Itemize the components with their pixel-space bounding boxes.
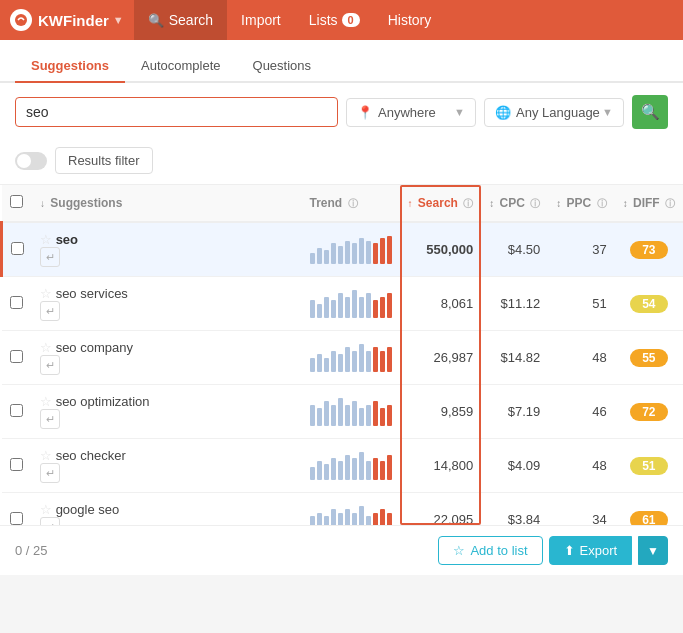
star-icon[interactable]: ☆ [40, 394, 52, 409]
keyword-arrow-icon[interactable]: ↵ [40, 247, 60, 267]
filter-bar: Results filter [0, 141, 683, 184]
table-row: ☆ seo optimization ↵ 9,859 $7.19 46 72 [2, 385, 684, 439]
star-icon[interactable]: ☆ [40, 448, 52, 463]
trend-bar [331, 300, 336, 318]
trend-cell [302, 385, 400, 439]
row-checkbox[interactable] [10, 458, 23, 471]
cpc-cell: $14.82 [481, 331, 548, 385]
search-volume-value: 22,095 [433, 512, 473, 525]
trend-bar [317, 461, 322, 480]
trend-bar [310, 358, 315, 372]
nav-tab-history[interactable]: History [374, 0, 446, 40]
keyword-text: seo company [56, 340, 133, 355]
keyword-arrow-icon[interactable]: ↵ [40, 463, 60, 483]
cpc-value: $3.84 [508, 512, 541, 525]
trend-bar [345, 347, 350, 372]
row-checkbox[interactable] [11, 242, 24, 255]
trend-bar [331, 405, 336, 426]
cpc-value: $4.50 [508, 242, 541, 257]
search-nav-icon: 🔍 [148, 13, 164, 28]
trend-bar [380, 461, 385, 480]
tab-suggestions[interactable]: Suggestions [15, 50, 125, 83]
star-icon[interactable]: ☆ [40, 502, 52, 517]
row-checkbox[interactable] [10, 350, 23, 363]
trend-bar [352, 243, 357, 264]
row-checkbox[interactable] [10, 404, 23, 417]
nav-tabs: 🔍 Search Import Lists 0 History [134, 0, 446, 40]
keyword-arrow-icon[interactable]: ↵ [40, 517, 60, 525]
row-check-cell [2, 222, 33, 277]
keyword-input[interactable] [26, 104, 327, 120]
select-all-checkbox[interactable] [10, 195, 23, 208]
col-header-suggestions[interactable]: ↓ Suggestions [32, 185, 302, 222]
diff-info-icon[interactable]: ⓘ [665, 198, 675, 209]
add-to-list-button[interactable]: ☆ Add to list [438, 536, 542, 565]
trend-cell [302, 493, 400, 526]
keyword-text: google seo [56, 502, 120, 517]
top-nav: KWFinder ▼ 🔍 Search Import Lists 0 Histo… [0, 0, 683, 40]
location-chevron-icon: ▼ [454, 106, 465, 118]
trend-bar [373, 458, 378, 480]
tab-autocomplete[interactable]: Autocomplete [125, 50, 237, 83]
nav-tab-search[interactable]: 🔍 Search [134, 0, 227, 40]
diff-cell: 73 [615, 222, 683, 277]
trend-bars [310, 290, 392, 318]
filter-toggle[interactable] [15, 152, 47, 170]
diff-badge: 72 [630, 403, 668, 421]
row-checkbox[interactable] [10, 296, 23, 309]
arrow-icon-wrap: ↵ [40, 301, 294, 321]
diff-badge: 55 [630, 349, 668, 367]
trend-bar [324, 297, 329, 318]
trend-cell [302, 331, 400, 385]
language-select[interactable]: 🌐 Any Language ▼ [484, 98, 624, 127]
trend-bars [310, 236, 392, 264]
col-header-search[interactable]: ↑ Search ⓘ [400, 185, 482, 222]
col-header-trend: Trend ⓘ [302, 185, 400, 222]
trend-bar [352, 458, 357, 480]
trend-bars [310, 344, 392, 372]
search-bar: 📍 Anywhere ▼ 🌐 Any Language ▼ 🔍 [0, 83, 683, 141]
cpc-info-icon[interactable]: ⓘ [530, 198, 540, 209]
cpc-value: $11.12 [501, 296, 541, 311]
trend-bar [366, 293, 371, 318]
star-icon[interactable]: ☆ [40, 340, 52, 355]
language-chevron-icon: ▼ [602, 106, 613, 118]
search-volume-cell: 14,800 [400, 439, 482, 493]
keyword-arrow-icon[interactable]: ↵ [40, 355, 60, 375]
diff-cell: 51 [615, 439, 683, 493]
export-dropdown-button[interactable]: ▼ [638, 536, 668, 565]
location-select[interactable]: 📍 Anywhere ▼ [346, 98, 476, 127]
brand-logo[interactable]: KWFinder ▼ [10, 9, 124, 31]
col-header-check [2, 185, 33, 222]
footer-buttons: ☆ Add to list ⬆ Export ▼ [438, 536, 668, 565]
nav-tab-lists[interactable]: Lists 0 [295, 0, 374, 40]
keyword-cell: ☆ seo optimization ↵ [32, 385, 302, 439]
keyword-cell: ☆ seo ↵ [32, 222, 302, 277]
ppc-info-icon[interactable]: ⓘ [597, 198, 607, 209]
results-filter-button[interactable]: Results filter [55, 147, 153, 174]
trend-info-icon[interactable]: ⓘ [348, 198, 358, 209]
keyword-text: seo checker [56, 448, 126, 463]
cpc-cell: $11.12 [481, 277, 548, 331]
keyword-arrow-icon[interactable]: ↵ [40, 301, 60, 321]
row-checkbox[interactable] [10, 512, 23, 525]
export-icon: ⬆ [564, 543, 575, 558]
diff-cell: 55 [615, 331, 683, 385]
tab-questions[interactable]: Questions [237, 50, 328, 83]
trend-bar [387, 513, 392, 526]
star-icon[interactable]: ☆ [40, 232, 52, 247]
trend-bar [366, 241, 371, 264]
search-button[interactable]: 🔍 [632, 95, 668, 129]
export-button[interactable]: ⬆ Export [549, 536, 633, 565]
trend-bars [310, 398, 392, 426]
keyword-cell: ☆ seo company ↵ [32, 331, 302, 385]
keyword-arrow-icon[interactable]: ↵ [40, 409, 60, 429]
ppc-cell: 34 [548, 493, 614, 526]
star-icon[interactable]: ☆ [40, 286, 52, 301]
brand-icon [10, 9, 32, 31]
ppc-cell: 48 [548, 331, 614, 385]
table-container[interactable]: ↓ Suggestions Trend ⓘ ↑ Search ⓘ [0, 185, 683, 525]
trend-bar [380, 297, 385, 318]
search-info-icon[interactable]: ⓘ [463, 198, 473, 209]
nav-tab-import[interactable]: Import [227, 0, 295, 40]
